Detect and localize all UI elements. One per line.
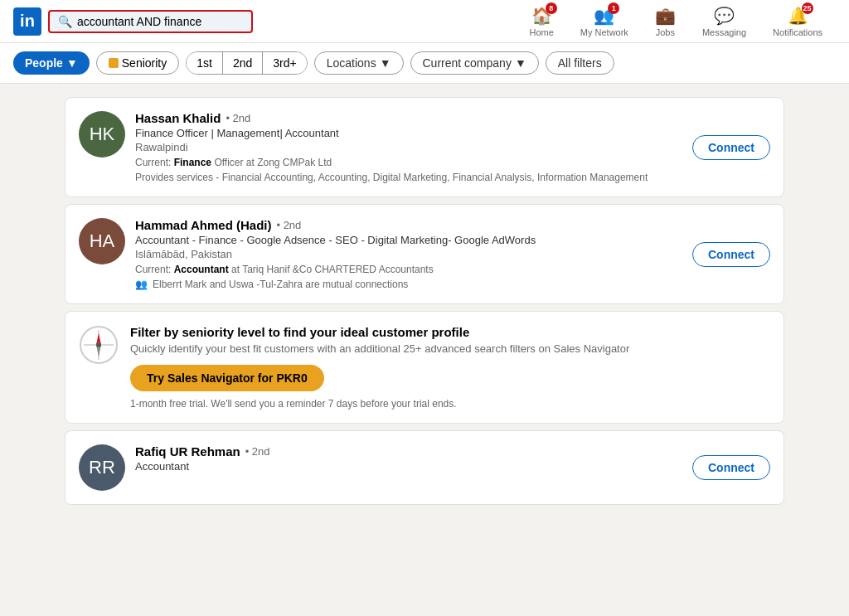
person-location: Islāmābād, Pakistan <box>135 248 682 260</box>
main-content: HK Hassan Khalid • 2nd Finance Officer |… <box>51 97 798 505</box>
free-trial-text: 1-month free trial. We'll send you a rem… <box>130 398 629 410</box>
search-box[interactable]: 🔍 <box>48 10 253 33</box>
mutual-text: Elberrt Mark and Uswa -Tul-Zahra are mut… <box>153 279 408 290</box>
locations-label: Locations <box>327 56 376 70</box>
mutual-icon: 👥 <box>135 279 148 290</box>
nav-item-my-network[interactable]: 👥 1 My Network <box>567 6 642 37</box>
messaging-icon: 💬 <box>714 7 735 25</box>
seniority-label: Seniority <box>122 56 167 70</box>
avatar: HA <box>79 218 125 264</box>
current-company-filter-button[interactable]: Current company ▼ <box>410 51 539 75</box>
locations-chevron-icon: ▼ <box>380 56 391 70</box>
all-filters-button[interactable]: All filters <box>546 51 614 75</box>
people-chevron-icon: ▼ <box>66 56 78 70</box>
person-current: Current: Finance Officer at Zong CMPak L… <box>135 157 682 168</box>
person-info: Hassan Khalid • 2nd Finance Officer | Ma… <box>135 111 682 183</box>
nav-my-network-label: My Network <box>580 27 628 37</box>
nav-item-notifications[interactable]: 🔔 25 Notifications <box>759 6 836 37</box>
people-label: People <box>25 56 63 70</box>
result-card-hassan-khalid: HK Hassan Khalid • 2nd Finance Officer |… <box>65 97 784 197</box>
header: in 🔍 🏠 8 Home 👥 1 My Network 💼 Jobs <box>0 0 849 43</box>
sales-nav-body: Filter by seniority level to find your i… <box>130 325 629 410</box>
current-rest: at Tariq Hanif &Co CHARTERED Accountants <box>229 264 434 275</box>
second-degree-button[interactable]: 2nd <box>223 52 263 74</box>
nav-jobs-label: Jobs <box>656 27 675 37</box>
current-label: Current: <box>135 264 174 275</box>
nav-messaging-label: Messaging <box>702 27 746 37</box>
nav-bar: 🏠 8 Home 👥 1 My Network 💼 Jobs 💬 Messagi… <box>516 6 836 37</box>
result-card-hammad-ahmed: HA Hammad Ahmed (Hadi) • 2nd Accountant … <box>65 204 784 304</box>
result-card-rafiq: RR Rafiq UR Rehman • 2nd Accountant Conn… <box>65 430 784 505</box>
first-degree-button[interactable]: 1st <box>187 52 223 74</box>
sales-nav-subtitle: Quickly identify your best fit customers… <box>130 342 629 355</box>
people-filter-button[interactable]: People ▼ <box>13 51 90 75</box>
connect-button-rafiq[interactable]: Connect <box>692 455 770 480</box>
person-name[interactable]: Hassan Khalid <box>135 111 221 125</box>
all-filters-label: All filters <box>558 56 602 70</box>
connect-button-hammad[interactable]: Connect <box>692 242 770 267</box>
person-location: Rawalpindi <box>135 141 682 153</box>
search-icon: 🔍 <box>58 15 72 28</box>
third-degree-button[interactable]: 3rd+ <box>263 52 306 74</box>
seniority-filter-button[interactable]: Seniority <box>96 51 179 75</box>
nav-home-label: Home <box>529 27 553 37</box>
avatar: RR <box>79 444 125 491</box>
current-label: Current: <box>135 157 174 168</box>
filter-bar: People ▼ Seniority 1st 2nd 3rd+ Location… <box>0 43 849 84</box>
degree-badge: • 2nd <box>226 112 250 124</box>
current-bold: Accountant <box>174 264 229 275</box>
nav-notifications-label: Notifications <box>773 27 822 37</box>
person-title: Accountant <box>135 460 682 473</box>
notifications-badge: 25 <box>802 2 813 14</box>
jobs-icon: 💼 <box>655 7 676 25</box>
nav-item-jobs[interactable]: 💼 Jobs <box>642 6 689 37</box>
try-sales-navigator-button[interactable]: Try Sales Navigator for PKR0 <box>130 365 324 391</box>
person-name[interactable]: Hammad Ahmed (Hadi) <box>135 218 271 232</box>
sales-nav-title: Filter by seniority level to find your i… <box>130 325 629 339</box>
locations-filter-button[interactable]: Locations ▼ <box>314 51 404 75</box>
degree-badge: • 2nd <box>276 219 301 231</box>
connect-button-hassan[interactable]: Connect <box>692 135 770 160</box>
current-company-chevron-icon: ▼ <box>515 56 526 70</box>
my-network-badge: 1 <box>608 2 619 14</box>
nav-item-home[interactable]: 🏠 8 Home <box>516 6 566 37</box>
person-title: Finance Officer | Management| Accountant <box>135 127 682 139</box>
compass-icon <box>79 325 119 365</box>
person-title: Accountant - Finance - Google Adsence - … <box>135 234 682 246</box>
nav-item-messaging[interactable]: 💬 Messaging <box>689 6 759 37</box>
home-badge: 8 <box>546 2 557 14</box>
person-info: Rafiq UR Rehman • 2nd Accountant <box>135 444 682 474</box>
current-bold: Finance <box>174 157 211 168</box>
avatar: HK <box>79 111 125 158</box>
person-name[interactable]: Rafiq UR Rehman <box>135 444 240 458</box>
person-services: Provides services - Financial Accounting… <box>135 172 682 183</box>
degree-badge: • 2nd <box>245 445 270 458</box>
current-rest: Officer at Zong CMPak Ltd <box>211 157 332 168</box>
linkedin-logo: in <box>13 7 41 36</box>
avatar-initials: RR <box>89 457 115 478</box>
sales-navigator-card: Filter by seniority level to find your i… <box>65 311 784 424</box>
mutual-connections: 👥 Elberrt Mark and Uswa -Tul-Zahra are m… <box>135 279 682 290</box>
degree-filter-group: 1st 2nd 3rd+ <box>186 51 307 75</box>
avatar-initials: HA <box>90 230 115 252</box>
person-info: Hammad Ahmed (Hadi) • 2nd Accountant - F… <box>135 218 682 290</box>
svg-point-5 <box>96 342 101 347</box>
search-input[interactable] <box>77 15 243 28</box>
person-current: Current: Accountant at Tariq Hanif &Co C… <box>135 264 682 275</box>
avatar-initials: HK <box>90 124 115 145</box>
seniority-square-icon <box>109 58 119 68</box>
current-company-label: Current company <box>423 56 512 70</box>
